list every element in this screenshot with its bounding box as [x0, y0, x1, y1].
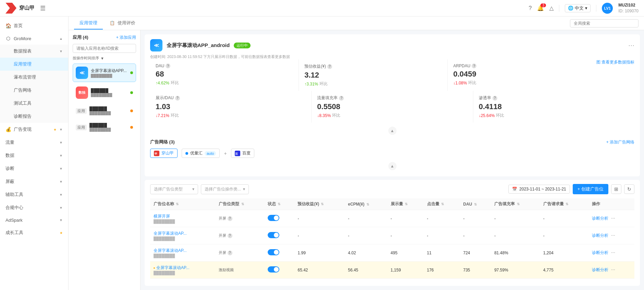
- alert-icon[interactable]: △: [549, 5, 554, 11]
- detail-app-meta: 创建时间: 2023-08-30 11:59:52 下方只展示昨日数据，可前往数…: [150, 54, 634, 59]
- diag-btn-1[interactable]: 诊断分析: [592, 216, 608, 221]
- header-right: ? 🔔 3 △ 🌐 中文 ▾ LV1 MUZI102 ID: 109070: [528, 2, 639, 14]
- add-network-plus-icon[interactable]: +: [224, 151, 227, 156]
- sidebar-item-test-tools[interactable]: 测试工具: [0, 97, 68, 110]
- app-item-1[interactable]: ≪ 全屏字幕滚动APP... ████████: [73, 63, 136, 82]
- tab-bar: 应用管理 📋 使用评价: [69, 16, 644, 30]
- slot-type-tag-2: 开屏: [219, 233, 226, 237]
- td-name-1: 横屏开屏 ████████: [150, 210, 215, 227]
- sidebar-item-data-report[interactable]: 数据报表 ▼: [0, 45, 68, 58]
- status-toggle-2[interactable]: [268, 232, 279, 238]
- header-divider2: [596, 5, 596, 12]
- tab-app-manage[interactable]: 应用管理: [74, 17, 103, 30]
- app-item-4[interactable]: 应用 ██████ ████████: [73, 120, 136, 135]
- sidebar-item-adspark[interactable]: AdSpark ▼: [0, 214, 68, 226]
- app-info-4: ██████ ████████: [89, 123, 127, 132]
- td-requests-4: 4,775: [540, 262, 589, 279]
- sort-bar[interactable]: 按操作时间排序 ▼: [73, 56, 136, 61]
- logo-icon: [5, 3, 16, 14]
- more-action-icon-3[interactable]: ⋯: [611, 250, 615, 255]
- sidebar-label-gromore: GroMore: [14, 36, 57, 41]
- app-search-input[interactable]: [73, 44, 136, 53]
- date-range-picker[interactable]: 📅 2023-11-01 ~ 2023-11-21: [508, 185, 570, 194]
- type-help-icon-2[interactable]: ?: [228, 233, 232, 238]
- more-action-icon-4[interactable]: ⋯: [611, 267, 615, 272]
- sidebar-item-ad-monetize[interactable]: 💰 广告变现 ★ ▼: [0, 123, 68, 136]
- more-action-icon-1[interactable]: ⋯: [611, 216, 615, 221]
- metric-ecpm-rate-change: ↓25.64% 环比: [479, 113, 629, 118]
- network-tag-baidu[interactable]: 百 百度: [231, 149, 254, 158]
- slot-name-link-2[interactable]: 全屏字幕滚动AP...: [154, 231, 186, 236]
- sidebar-item-assist-tools[interactable]: 辅助工具 ▼: [0, 188, 68, 201]
- status-toggle-1[interactable]: [268, 215, 279, 221]
- td-clicks-4: 176: [424, 262, 460, 279]
- diag-btn-3[interactable]: 诊断分析: [592, 250, 608, 255]
- help-icon[interactable]: ?: [528, 5, 532, 11]
- assist-tools-arrow: ▼: [59, 193, 63, 197]
- global-search-input[interactable]: [570, 19, 639, 27]
- row-indicator-icon: [154, 267, 155, 269]
- app-sub-2: ████████: [91, 93, 127, 97]
- slot-name-link-3[interactable]: 全屏字幕滚动AP...: [154, 248, 186, 253]
- metric-fill-rate-change: ↓8.35% 环比: [317, 113, 467, 118]
- refresh-button[interactable]: ↻: [624, 184, 634, 194]
- column-settings-button[interactable]: ⊞: [611, 184, 621, 194]
- sidebar-label-data-report: 数据报表: [14, 48, 57, 54]
- sidebar-item-growth-tools[interactable]: 成长工具 ★: [0, 226, 68, 239]
- ad-action-filter[interactable]: 选择广告位操作类... ▾: [201, 184, 249, 194]
- sidebar-item-screen[interactable]: 屏蔽 ▼: [0, 175, 68, 188]
- sidebar-item-diagnose[interactable]: 诊断 ▼: [0, 162, 68, 175]
- status-toggle-3[interactable]: [268, 249, 279, 255]
- app-item-3[interactable]: 应用 ██████ ████████: [73, 103, 136, 118]
- ad-slots-table: 广告位名称 ⇅ 广告位类型 ⇅ 状态 ⇅ 预估收益(¥) ⇅ eCPM(¥) ⇅…: [150, 198, 634, 279]
- app-item-2[interactable]: 数独 ██████ ████████: [73, 83, 136, 102]
- app-info-2: ██████ ████████: [91, 88, 127, 97]
- sidebar-item-waterfall[interactable]: 瀑布流管理: [0, 71, 68, 84]
- notification-icon[interactable]: 🔔 3: [537, 5, 544, 11]
- app-icon-1: ≪: [76, 67, 88, 79]
- td-impressions-3: 495: [387, 244, 424, 262]
- status-toggle-4[interactable]: [268, 266, 279, 272]
- more-options-icon[interactable]: ⋯: [628, 42, 634, 49]
- collapse-button-1[interactable]: ▲: [388, 127, 397, 135]
- sidebar-item-gromore[interactable]: ⬡ GroMore ▲: [0, 32, 68, 45]
- dau-help-icon[interactable]: ?: [166, 63, 170, 68]
- ad-type-filter[interactable]: 选择广告位类型 ▾: [150, 184, 198, 194]
- td-status-2: [264, 227, 294, 244]
- td-fill-rate-1: -: [491, 210, 540, 227]
- revenue-help-icon[interactable]: ?: [327, 64, 332, 69]
- collapse-button-2[interactable]: ▲: [388, 162, 397, 170]
- header-divider: [559, 5, 559, 12]
- diag-btn-4[interactable]: 诊断分析: [592, 267, 608, 272]
- sidebar-item-home[interactable]: 🏠 首页: [0, 19, 68, 32]
- sidebar-item-flow[interactable]: 流量 ▼: [0, 136, 68, 149]
- create-ad-slot-button[interactable]: + 创建广告位: [573, 184, 608, 194]
- show-dau-help-icon[interactable]: ?: [175, 96, 180, 101]
- add-app-button[interactable]: + 添加应用: [116, 35, 136, 40]
- lang-select[interactable]: 🌐 中文 ▾: [565, 4, 591, 12]
- type-help-icon-3[interactable]: ?: [228, 251, 232, 255]
- more-action-icon-2[interactable]: ⋯: [611, 233, 615, 238]
- network-tag-youlianhui[interactable]: 优量汇 auto: [182, 149, 220, 158]
- ecpm-rate-help-icon[interactable]: ?: [493, 96, 497, 101]
- add-network-button[interactable]: + 添加广告网络: [606, 139, 634, 145]
- slot-name-link-4[interactable]: 全屏字幕滚动AP...: [156, 265, 189, 271]
- arpdau-help-icon[interactable]: ?: [472, 63, 476, 68]
- data-arrow: ▼: [59, 154, 63, 158]
- ad-network-header: 广告网络 (3) + 添加广告网络: [150, 139, 634, 145]
- sidebar-item-data[interactable]: 数据 ▼: [0, 149, 68, 162]
- slot-name-link-1[interactable]: 横屏开屏: [154, 214, 170, 219]
- diag-btn-2[interactable]: 诊断分析: [592, 233, 608, 238]
- view-more-metrics-button[interactable]: 图 查看更多数据指标: [596, 59, 634, 65]
- network-tag-pangolin[interactable]: 甲 穿山甲: [150, 149, 178, 158]
- growth-pin-icon: ★: [60, 231, 63, 235]
- sidebar-item-diagnose-report[interactable]: 诊断报告: [0, 110, 68, 123]
- sidebar-item-app-manage[interactable]: 应用管理: [0, 58, 68, 71]
- home-icon: 🏠: [5, 23, 11, 28]
- type-help-icon-1[interactable]: ?: [228, 216, 232, 221]
- fill-rate-help-icon[interactable]: ?: [339, 96, 344, 101]
- menu-icon[interactable]: ☰: [40, 4, 46, 12]
- sidebar-item-compliance[interactable]: 合规中心 ▼: [0, 201, 68, 214]
- tab-use-evaluation[interactable]: 📋 使用评价: [104, 17, 141, 30]
- sidebar-item-ad-network[interactable]: 广告网络: [0, 84, 68, 97]
